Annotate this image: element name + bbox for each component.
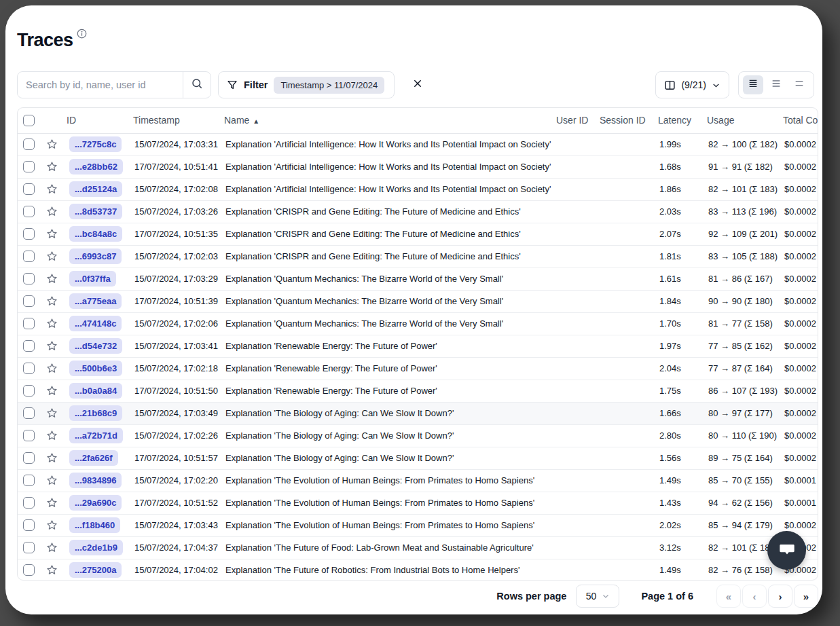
star-icon[interactable]: [46, 295, 58, 307]
star-icon[interactable]: [46, 139, 58, 150]
table-row[interactable]: ...29a690c 17/07/2024, 10:51:52 Explanat…: [18, 492, 818, 514]
star-icon[interactable]: [46, 385, 58, 397]
table-row[interactable]: ...d25124a 15/07/2024, 17:02:08 Explanat…: [18, 178, 818, 200]
row-checkbox[interactable]: [23, 295, 35, 307]
rows-per-page-select[interactable]: 50: [576, 585, 619, 608]
info-icon[interactable]: [77, 29, 87, 39]
table-row[interactable]: ...474148c 15/07/2024, 17:02:06 Explanat…: [18, 312, 818, 335]
trace-id-badge[interactable]: ...474148c: [69, 316, 122, 331]
column-header-session-id[interactable]: Session ID: [600, 108, 658, 133]
trace-id-badge[interactable]: ...d25124a: [69, 181, 122, 197]
trace-id-badge[interactable]: ...d54e732: [69, 338, 122, 354]
row-checkbox[interactable]: [23, 206, 35, 217]
trace-id-badge[interactable]: ...bc84a8c: [69, 226, 122, 242]
clear-filter-button[interactable]: [409, 77, 426, 93]
trace-id-badge[interactable]: ...0f37ffa: [69, 271, 116, 287]
row-checkbox[interactable]: [23, 273, 35, 284]
star-icon[interactable]: [46, 273, 58, 284]
trace-id-badge[interactable]: ...21b68c9: [69, 405, 122, 421]
row-checkbox[interactable]: [23, 161, 35, 172]
table-row[interactable]: ...6993c87 15/07/2024, 17:02:03 Explanat…: [18, 245, 818, 268]
star-icon[interactable]: [46, 340, 58, 352]
row-checkbox[interactable]: [23, 564, 35, 576]
star-icon[interactable]: [46, 475, 58, 486]
search-input[interactable]: [18, 79, 183, 90]
table-row[interactable]: ...500b6e3 15/07/2024, 17:02:18 Explanat…: [18, 357, 818, 380]
star-icon[interactable]: [46, 452, 58, 464]
row-checkbox[interactable]: [23, 542, 35, 553]
star-icon[interactable]: [46, 564, 58, 576]
table-row[interactable]: ...a775eaa 17/07/2024, 10:51:39 Explanat…: [18, 290, 818, 312]
trace-id-badge[interactable]: ...2fa626f: [69, 450, 118, 466]
row-checkbox[interactable]: [23, 497, 35, 509]
row-height-medium-button[interactable]: [766, 75, 786, 94]
row-checkbox[interactable]: [23, 340, 35, 352]
column-visibility-button[interactable]: (9/21): [655, 71, 729, 98]
trace-id-badge[interactable]: ...c2de1b9: [69, 540, 123, 555]
search-button[interactable]: [183, 71, 211, 98]
column-header-user-id[interactable]: User ID: [556, 108, 600, 133]
trace-id-badge[interactable]: ...a775eaa: [69, 293, 122, 309]
trace-id-badge[interactable]: ...275200a: [69, 562, 122, 578]
row-checkbox[interactable]: [23, 407, 35, 419]
star-icon[interactable]: [46, 497, 58, 509]
star-icon[interactable]: [46, 430, 58, 441]
star-icon[interactable]: [46, 519, 58, 531]
row-checkbox[interactable]: [23, 475, 35, 486]
row-checkbox[interactable]: [23, 139, 35, 150]
trace-id-badge[interactable]: ...e28bb62: [69, 159, 123, 174]
column-header-timestamp[interactable]: Timestamp: [133, 108, 224, 133]
trace-id-badge[interactable]: ...6993c87: [69, 248, 122, 264]
row-checkbox[interactable]: [23, 430, 35, 441]
table-row[interactable]: ...bc84a8c 17/07/2024, 10:51:35 Explanat…: [18, 223, 818, 245]
table-row[interactable]: ...0f37ffa 15/07/2024, 17:03:29 Explanat…: [18, 268, 818, 290]
column-header-usage[interactable]: Usage: [707, 108, 783, 133]
table-row[interactable]: ...a72b71d 15/07/2024, 17:02:26 Explanat…: [18, 424, 818, 447]
row-checkbox[interactable]: [23, 228, 35, 240]
star-icon[interactable]: [46, 407, 58, 419]
trace-id-badge[interactable]: ...7275c8c: [69, 136, 122, 152]
star-icon[interactable]: [46, 183, 58, 195]
star-icon[interactable]: [46, 363, 58, 374]
table-row[interactable]: ...2fa626f 17/07/2024, 10:51:57 Explanat…: [18, 447, 818, 469]
row-height-small-button[interactable]: [743, 75, 763, 94]
row-checkbox[interactable]: [23, 183, 35, 195]
last-page-button[interactable]: »: [794, 585, 818, 608]
star-icon[interactable]: [46, 318, 58, 329]
table-row[interactable]: ...275200a 15/07/2024, 17:04:02 Explanat…: [18, 559, 818, 581]
column-header-id[interactable]: ID: [67, 108, 133, 133]
row-checkbox[interactable]: [23, 318, 35, 329]
row-checkbox[interactable]: [23, 385, 35, 397]
trace-id-badge[interactable]: ...500b6e3: [69, 361, 122, 376]
table-row[interactable]: ...9834896 15/07/2024, 17:02:20 Explanat…: [18, 469, 818, 492]
star-icon[interactable]: [46, 542, 58, 553]
table-row[interactable]: ...d54e732 15/07/2024, 17:03:41 Explanat…: [18, 335, 818, 357]
table-row[interactable]: ...7275c8c 15/07/2024, 17:03:31 Explanat…: [18, 133, 818, 155]
table-row[interactable]: ...c2de1b9 15/07/2024, 17:04:37 Explanat…: [18, 536, 818, 559]
row-checkbox[interactable]: [23, 519, 35, 531]
row-height-large-button[interactable]: [789, 75, 809, 94]
star-icon[interactable]: [46, 161, 58, 172]
filter-chip[interactable]: Timestamp > 11/07/2024: [274, 77, 384, 94]
trace-id-badge[interactable]: ...b0a0a84: [69, 383, 122, 399]
star-icon[interactable]: [46, 206, 58, 217]
filter-button[interactable]: Filter Timestamp > 11/07/2024: [218, 71, 395, 98]
select-all-checkbox[interactable]: [23, 115, 35, 126]
row-checkbox[interactable]: [23, 363, 35, 374]
row-checkbox[interactable]: [23, 452, 35, 464]
trace-id-badge[interactable]: ...a72b71d: [69, 428, 123, 443]
table-row[interactable]: ...b0a0a84 17/07/2024, 10:51:50 Explanat…: [18, 380, 818, 402]
star-icon[interactable]: [46, 228, 58, 240]
trace-id-badge[interactable]: ...8d53737: [69, 204, 122, 219]
chat-launcher-button[interactable]: [767, 531, 806, 570]
column-header-total-cost[interactable]: Total Cost: [783, 108, 818, 133]
trace-id-badge[interactable]: ...f18b460: [69, 517, 120, 533]
star-icon[interactable]: [46, 251, 58, 262]
table-row[interactable]: ...f18b460 15/07/2024, 17:03:43 Explanat…: [18, 514, 818, 536]
column-header-latency[interactable]: Latency: [658, 108, 707, 133]
trace-id-badge[interactable]: ...9834896: [69, 473, 122, 488]
row-checkbox[interactable]: [23, 251, 35, 262]
trace-id-badge[interactable]: ...29a690c: [69, 495, 122, 511]
table-row[interactable]: ...21b68c9 15/07/2024, 17:03:49 Explanat…: [18, 402, 818, 424]
column-header-name[interactable]: Name▲: [224, 108, 556, 133]
